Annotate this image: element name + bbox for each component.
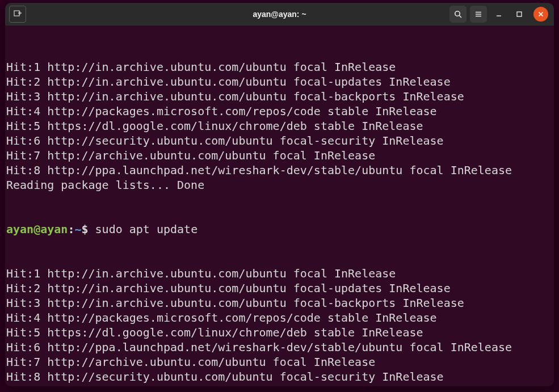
output-line: Hit:7 http://archive.ubuntu.com/ubuntu f… [6, 148, 554, 163]
new-tab-button[interactable] [9, 6, 26, 23]
output-line: Hit:1 http://in.archive.ubuntu.com/ubunt… [6, 266, 554, 281]
output-line: Reading package lists... Done [6, 178, 554, 192]
maximize-icon [515, 10, 523, 18]
output-line: Hit:5 https://dl.google.com/linux/chrome… [6, 325, 554, 340]
close-icon [537, 11, 544, 18]
output-line: Hit:2 http://in.archive.ubuntu.com/ubunt… [6, 74, 554, 89]
output-block-1: Hit:1 http://in.archive.ubuntu.com/ubunt… [6, 60, 554, 192]
menu-button[interactable] [470, 6, 487, 23]
titlebar: ayan@ayan: ~ [5, 3, 554, 26]
output-line: Hit:5 https://dl.google.com/linux/chrome… [6, 119, 554, 133]
output-block-2: Hit:1 http://in.archive.ubuntu.com/ubunt… [6, 266, 554, 386]
titlebar-left [5, 3, 30, 26]
terminal-body[interactable]: Hit:1 http://in.archive.ubuntu.com/ubunt… [5, 26, 554, 386]
output-line: Hit:6 http://ppa.launchpad.net/wireshark… [6, 340, 554, 355]
output-line: Hit:3 http://in.archive.ubuntu.com/ubunt… [6, 296, 554, 310]
prompt-userhost: ayan@ayan [6, 222, 68, 236]
output-line: Hit:2 http://in.archive.ubuntu.com/ubunt… [6, 281, 554, 296]
prompt-dollar: $ [81, 222, 88, 236]
minimize-button[interactable] [490, 6, 507, 23]
svg-point-3 [455, 11, 460, 16]
output-line: Hit:8 http://ppa.launchpad.net/wireshark… [6, 163, 554, 178]
titlebar-right [449, 6, 554, 23]
output-line: Hit:4 http://packages.microsoft.com/repo… [6, 104, 554, 119]
prompt-line-1: ayan@ayan:~$ sudo apt update [6, 222, 554, 237]
svg-line-4 [459, 15, 461, 18]
minimize-icon [495, 10, 503, 18]
prompt-colon: : [68, 222, 74, 236]
search-button[interactable] [449, 6, 466, 23]
hamburger-icon [474, 10, 483, 19]
output-line: Hit:8 http://security.ubuntu.com/ubuntu … [6, 369, 554, 384]
output-line: Hit:4 http://packages.microsoft.com/repo… [6, 310, 554, 325]
new-tab-icon [13, 10, 22, 19]
close-button[interactable] [533, 7, 548, 22]
command-1: sudo apt update [95, 222, 198, 236]
maximize-button[interactable] [511, 6, 528, 23]
svg-rect-9 [517, 12, 522, 16]
output-line: Hit:1 http://in.archive.ubuntu.com/ubunt… [6, 60, 554, 74]
terminal-window: ayan@ayan: ~ [5, 3, 554, 386]
prompt-path: ~ [74, 222, 81, 236]
output-line: Hit:3 http://in.archive.ubuntu.com/ubunt… [6, 89, 554, 104]
command-text [89, 222, 95, 236]
output-line: Hit:6 http://security.ubuntu.com/ubuntu … [6, 133, 554, 148]
output-line: Reading package lists... Done [6, 384, 554, 386]
search-icon [453, 10, 463, 19]
output-line: Hit:7 http://archive.ubuntu.com/ubuntu f… [6, 355, 554, 369]
